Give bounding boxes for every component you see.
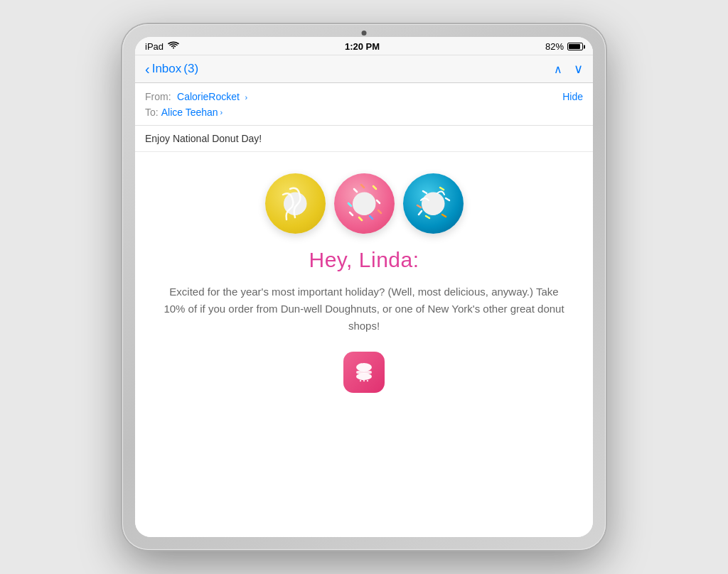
donuts-image (251, 152, 478, 248)
hide-button[interactable]: Hide (562, 91, 583, 102)
svg-line-3 (354, 189, 357, 192)
yellow-donut-decoration (265, 173, 326, 234)
status-right: 82% (545, 41, 583, 52)
svg-line-10 (378, 210, 381, 213)
nav-up-button[interactable]: ∧ (554, 63, 562, 76)
svg-point-22 (356, 373, 372, 380)
status-time: 1:20 PM (345, 41, 380, 52)
nav-arrows: ∧ ∨ (554, 61, 583, 77)
to-chevron-icon: › (220, 108, 223, 117)
svg-point-2 (353, 193, 375, 215)
back-button[interactable]: ‹ Inbox (3) (145, 62, 198, 76)
blue-donut-decoration (403, 173, 464, 234)
status-bar: iPad 1:20 PM 82% (135, 37, 593, 55)
to-value[interactable]: Alice Teehan (161, 107, 218, 118)
cta-button[interactable] (343, 352, 385, 393)
yellow-donut (265, 173, 326, 234)
svg-line-13 (423, 191, 427, 193)
ipad-frame: iPad 1:20 PM 82% (122, 24, 606, 550)
svg-line-14 (440, 188, 444, 190)
blue-donut (403, 173, 464, 234)
ipad-screen: iPad 1:20 PM 82% (135, 37, 593, 537)
svg-line-16 (446, 198, 449, 200)
battery-fill (569, 44, 580, 49)
svg-line-5 (348, 203, 351, 206)
svg-point-24 (363, 380, 365, 381)
svg-point-0 (268, 177, 322, 231)
svg-line-6 (377, 200, 380, 203)
svg-line-4 (373, 186, 376, 189)
from-field: From: CalorieRocket › (145, 90, 247, 103)
svg-line-15 (417, 205, 421, 207)
to-label: To: (145, 107, 159, 118)
nav-bar: ‹ Inbox (3) ∧ ∨ (135, 55, 593, 83)
email-subject: Enjoy National Donut Day! (135, 126, 593, 152)
svg-line-11 (361, 185, 364, 188)
from-chevron-icon: › (245, 93, 247, 102)
device-name: iPad (145, 41, 164, 52)
pink-donut-decoration (334, 173, 395, 234)
chevron-left-icon: ‹ (145, 62, 150, 76)
from-value[interactable]: CalorieRocket (177, 91, 240, 102)
inbox-count: (3) (183, 62, 198, 76)
inbox-label: Inbox (152, 62, 182, 76)
svg-line-7 (359, 217, 362, 220)
battery-icon (567, 43, 583, 50)
email-from-row: From: CalorieRocket › Hide (145, 90, 583, 103)
svg-point-12 (422, 193, 444, 215)
burger-icon (351, 359, 377, 385)
svg-line-17 (426, 216, 429, 218)
svg-point-23 (360, 380, 361, 381)
svg-line-8 (370, 216, 373, 219)
battery-percent-label: 82% (545, 41, 564, 52)
from-label: From: (145, 91, 171, 102)
svg-point-20 (356, 363, 372, 372)
svg-line-18 (442, 215, 446, 217)
email-body: Hey, Linda: Excited for the year's most … (135, 152, 593, 537)
svg-point-1 (284, 193, 306, 215)
pink-donut (334, 173, 395, 234)
email-to-row: To: Alice Teehan › (145, 107, 583, 118)
svg-line-19 (419, 211, 422, 215)
svg-line-9 (350, 212, 353, 215)
body-text: Excited for the year's most important ho… (135, 283, 593, 352)
front-camera (362, 31, 367, 36)
wifi-icon (168, 41, 179, 52)
svg-point-25 (367, 380, 368, 381)
status-left: iPad (145, 41, 179, 52)
greeting-text: Hey, Linda: (294, 248, 433, 283)
nav-down-button[interactable]: ∨ (574, 61, 583, 77)
email-header: From: CalorieRocket › Hide To: Alice Tee… (135, 83, 593, 126)
